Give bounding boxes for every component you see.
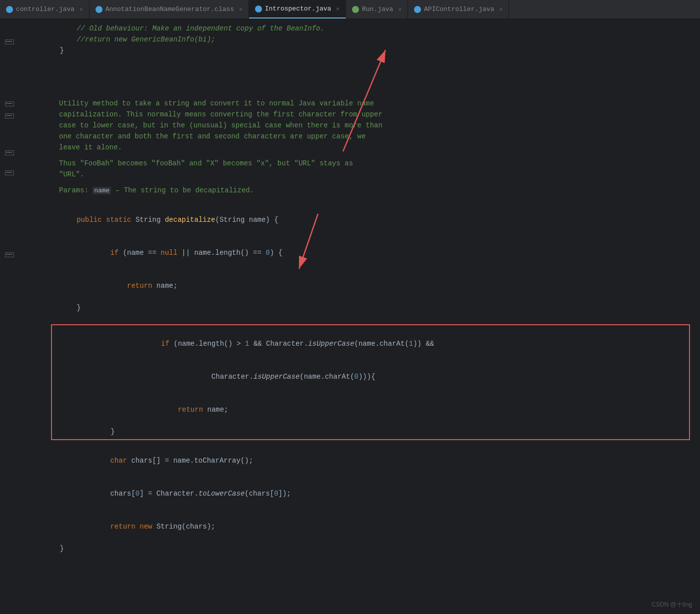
code-return-name1: return name; [18, 269, 700, 302]
content-area: // Old behaviour: Make an independent co… [0, 19, 700, 614]
code-line-empty1 [18, 56, 700, 67]
watermark: CSDN @十ting [652, 601, 692, 609]
code-area[interactable]: // Old behaviour: Make an independent co… [18, 19, 700, 614]
javadoc-line3: case to lower case, but in the (unusual)… [59, 120, 493, 131]
tab-label-annotation: AnnotationBeanNameGenerator.class [106, 5, 234, 13]
tab-close-introspector[interactable]: ✕ [336, 5, 340, 12]
tab-close-annotation[interactable]: ✕ [239, 6, 242, 12]
tab-label-api: APIController.java [424, 5, 494, 13]
fold-icon-2[interactable] [6, 103, 12, 104]
code-brace1: } [18, 302, 700, 313]
tab-close-api[interactable]: ✕ [499, 6, 502, 12]
code-line-empty3 [18, 78, 700, 89]
fold-icon-1[interactable] [6, 41, 12, 42]
tab-controller[interactable]: controller.java ✕ [0, 0, 90, 18]
code-if-upper2: Character.isUpperCase(name.charAt(0))){ [52, 360, 689, 393]
code-line-1: // Old behaviour: Make an independent co… [18, 23, 700, 34]
code-line-2: //return new GenericBeanInfo(bi); [18, 34, 700, 45]
javadoc-line5: leave it alone. [59, 142, 493, 153]
tab-icon-controller [6, 6, 13, 13]
tab-introspector[interactable]: Introspector.java ✕ [249, 0, 346, 18]
javadoc-params: Params: name – The string to be decapita… [59, 185, 493, 196]
code-line-empty2 [18, 67, 700, 78]
tab-close-controller[interactable]: ✕ [80, 6, 83, 12]
code-final-brace: } [18, 543, 700, 554]
code-if-null: if (name == null || name.length() == 0) … [18, 236, 700, 269]
code-if-upper1: if (name.length() > 1 && Character.isUpp… [52, 327, 689, 360]
javadoc-line8: "URL". [59, 169, 493, 180]
tab-label-run: Run.java [362, 5, 393, 13]
fold-icon-6[interactable] [6, 254, 12, 255]
tab-icon-api [414, 6, 421, 13]
code-return-name2: return name; [52, 393, 689, 426]
tab-bar: controller.java ✕ AnnotationBeanNameGene… [0, 0, 700, 19]
tab-icon-introspector [255, 5, 262, 12]
javadoc-line1: Utility method to take a string and conv… [59, 98, 493, 109]
code-brace2: } [52, 426, 689, 437]
fold-icon-4[interactable] [6, 152, 12, 153]
tab-label-introspector: Introspector.java [265, 5, 332, 12]
javadoc-block: Utility method to take a string and conv… [51, 93, 501, 201]
fold-icon-5[interactable] [6, 172, 12, 173]
code-char-array: char chars[] = name.toCharArray(); [18, 444, 700, 477]
tab-label-controller: controller.java [16, 5, 74, 13]
javadoc-line7: Thus "FooBah" becomes "fooBah" and "X" b… [59, 158, 493, 169]
fold-icon-3[interactable] [6, 115, 12, 116]
javadoc-line2: capitalization. This normally means conv… [59, 109, 493, 120]
code-empty-before-if2 [18, 313, 700, 324]
tab-icon-run [352, 6, 359, 13]
code-return-new: return new String(chars); [18, 510, 700, 543]
tab-icon-annotation [96, 6, 102, 13]
left-gutter [0, 19, 18, 614]
tab-api[interactable]: APIController.java ✕ [408, 0, 509, 18]
javadoc-line4: one character and both the first and sec… [59, 131, 493, 142]
code-chars0: chars[0] = Character.toLowerCase(chars[0… [18, 477, 700, 510]
tab-close-run[interactable]: ✕ [398, 6, 402, 12]
tab-run[interactable]: Run.java ✕ [346, 0, 408, 18]
code-line-3: } [18, 45, 700, 56]
tab-annotation[interactable]: AnnotationBeanNameGenerator.class ✕ [90, 0, 249, 18]
method-signature-line: public static String decapitalize(String… [18, 203, 700, 236]
